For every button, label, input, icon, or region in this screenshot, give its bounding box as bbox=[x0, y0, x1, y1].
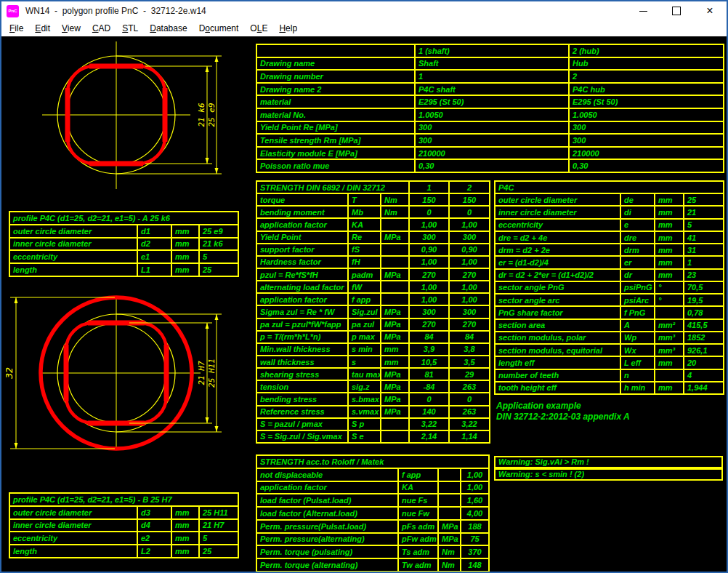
table-row: alternating load factorfW1,001,00 bbox=[256, 281, 490, 293]
dim-label-hub-outer: 32 bbox=[6, 367, 15, 380]
table-cell: p max bbox=[348, 331, 381, 343]
table-row: pa zul = pzul*fW*fapppa zulMPa270270 bbox=[256, 318, 490, 331]
close-button[interactable]: × bbox=[693, 1, 727, 20]
table-cell: sig.z bbox=[348, 380, 381, 393]
table-row: load factor (Pulsat.load)nue Fs1,60 bbox=[256, 494, 489, 507]
table-cell: mm³ bbox=[655, 332, 684, 344]
table-cell: Perm. torque (pulsating) bbox=[256, 545, 398, 558]
table-cell: Perm. torque (alternating) bbox=[256, 558, 398, 572]
table-cell: 25 bbox=[684, 193, 724, 206]
table-cell: er bbox=[620, 256, 655, 268]
table-cell: e1 bbox=[137, 250, 171, 263]
table-cell bbox=[655, 306, 684, 318]
table-cell: 1852 bbox=[684, 332, 724, 344]
table-cell: dr = d2 + 2*er = (d1+d2)/2 bbox=[495, 269, 620, 281]
table-cell: KA bbox=[348, 218, 381, 231]
menu-item-stl[interactable]: STL bbox=[116, 21, 144, 36]
table-cell: bending moment bbox=[256, 206, 348, 218]
table-cell: 300 bbox=[409, 231, 449, 244]
table-cell: 1,00 bbox=[461, 481, 489, 494]
table-cell: 84 bbox=[409, 331, 449, 343]
table-cell: 270 bbox=[449, 318, 490, 331]
table-cell: application factor bbox=[256, 481, 398, 494]
title-bar: PnC WN14 - polygon profile PnC - 32712-2… bbox=[1, 1, 727, 20]
strength-roloff-table: STRENGTH acc.to Roloff / Matek not displ… bbox=[256, 454, 490, 572]
table-cell: 300 bbox=[409, 305, 449, 318]
table-cell: 3,22 bbox=[449, 418, 490, 430]
table-row: section modulus, equitorialWxmm³926,1 bbox=[495, 344, 724, 356]
table-row: tooth height effh minmm1,944 bbox=[495, 382, 724, 394]
table-cell: 0,30 bbox=[415, 159, 569, 172]
table-cell: Hub bbox=[569, 57, 724, 71]
menu-item-edit[interactable]: Edit bbox=[29, 21, 56, 36]
table-cell: MPa bbox=[381, 318, 409, 331]
table-cell bbox=[381, 244, 409, 256]
menu-item-file[interactable]: File bbox=[4, 21, 29, 36]
table-row: shearing stresstau maxMPa8129 bbox=[256, 368, 490, 380]
table-cell: 3,8 bbox=[449, 343, 490, 356]
table-cell: fW bbox=[348, 281, 381, 293]
table-cell bbox=[381, 293, 409, 305]
table-cell: nue Fw bbox=[398, 507, 438, 520]
profile-a-table: profile P4C (d1=25, d2=21, e1=5) - A 25 … bbox=[9, 211, 239, 277]
table-row: section modulus, polarWpmm³1852 bbox=[495, 332, 724, 344]
table-cell: mm bbox=[171, 238, 199, 251]
menu-item-document[interactable]: Document bbox=[193, 21, 245, 36]
table-cell: load factor (Pulsat.load) bbox=[256, 494, 398, 507]
table-row: load factor (Alternat.load)nue Fw4,00 bbox=[256, 507, 489, 520]
table-cell: 270 bbox=[449, 268, 490, 281]
table-cell: d3 bbox=[137, 506, 171, 519]
table-cell: Sigma zul = Re * fW bbox=[256, 305, 348, 318]
table-row: outer circle diameterd1mm25 e9 bbox=[9, 225, 238, 238]
table-row: Elasticity module E [MPa]210000210000 bbox=[256, 147, 724, 160]
table-cell: 210000 bbox=[415, 147, 569, 160]
minimize-icon bbox=[639, 11, 647, 12]
table-cell: 25 H11 bbox=[199, 506, 238, 519]
table-row: Drawing number12 bbox=[256, 70, 724, 83]
table-cell: 21 H7 bbox=[199, 519, 238, 532]
table-row: inner circle diameterdimm21 bbox=[495, 206, 724, 218]
minimize-button[interactable] bbox=[626, 1, 660, 20]
table-cell: 300 bbox=[569, 121, 724, 135]
table-row: dre = d2 + 4edremm41 bbox=[495, 231, 724, 244]
table-header-row: STRENGTH DIN 6892 / DIN 32712 1 2 bbox=[256, 181, 490, 193]
table-cell: f app bbox=[348, 293, 381, 305]
table-cell: mm bbox=[381, 343, 409, 356]
workspace: 21 k6 25 e9 bbox=[1, 38, 727, 572]
table-cell: 300 bbox=[415, 121, 569, 135]
table-cell: mm bbox=[655, 244, 684, 256]
table-row: lengthL2mm25 bbox=[9, 545, 238, 558]
table-cell: KA bbox=[398, 481, 438, 494]
table-cell: 1,00 bbox=[409, 293, 449, 305]
table-cell: eccentricity bbox=[9, 250, 137, 263]
table-cell: 140 bbox=[409, 406, 449, 418]
table-cell: Perm. pressure(Pulsat.load) bbox=[256, 520, 398, 533]
menu-item-database[interactable]: Database bbox=[144, 21, 193, 36]
menu-item-cad[interactable]: CAD bbox=[86, 21, 116, 36]
table-cell: d1 bbox=[137, 225, 171, 238]
table-row: sector angle PnGpsiPnG°70,5 bbox=[495, 281, 724, 294]
menu-item-help[interactable]: Help bbox=[273, 21, 303, 36]
table-header-row: STRENGTH acc.to Roloff / Matek bbox=[256, 455, 489, 468]
table-cell: P4C hub bbox=[569, 83, 724, 96]
table-cell: sector angle arc bbox=[495, 294, 620, 306]
table-cell: mm² bbox=[655, 319, 684, 332]
table-row: sector angle arcpsiArc°19,5 bbox=[495, 294, 724, 306]
table-cell: Min.wall thickness bbox=[256, 343, 348, 356]
table-cell: MPa bbox=[381, 368, 409, 380]
menu-item-view[interactable]: View bbox=[56, 21, 86, 36]
table-row: Min.wall thicknesss minmm3,93,8 bbox=[256, 343, 490, 356]
table-cell bbox=[438, 507, 461, 520]
table-cell: padm bbox=[348, 268, 381, 281]
menu-item-ole[interactable]: OLE bbox=[244, 21, 273, 36]
table-cell: Re bbox=[348, 231, 381, 244]
table-cell: eccentricity bbox=[495, 219, 620, 231]
table-cell: 1,00 bbox=[461, 468, 489, 481]
table-cell: E295 (St 50) bbox=[415, 95, 569, 108]
table-cell: L2 bbox=[137, 545, 171, 558]
table-cell: 20 bbox=[684, 356, 724, 369]
table-cell: mm bbox=[655, 256, 684, 268]
table-row: application factorf app1,001,00 bbox=[256, 293, 490, 305]
maximize-button[interactable] bbox=[660, 1, 693, 20]
table-cell: Reference stress bbox=[256, 406, 348, 418]
